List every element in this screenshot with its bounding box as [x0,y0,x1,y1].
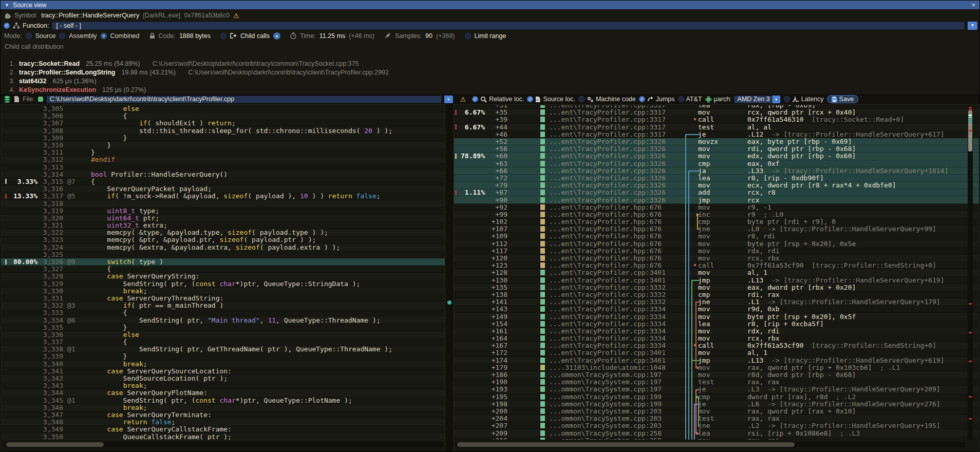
source-line[interactable]: 3,310 } [1,142,445,149]
asm-row[interactable]: +112...ent\TracyProfiler.hpp:676movbyte … [454,240,979,248]
machine-code-checkbox[interactable] [578,96,585,102]
relative-loc-checkbox[interactable]: ✓ [472,96,478,102]
source-line[interactable]: 3,334@6 SendString( ptr, "Main thread", … [1,316,445,324]
asm-row[interactable]: +190...ommon\TracySystem.cpp:197testrax,… [454,379,979,386]
assembly-vscrollbar[interactable] [968,105,973,440]
source-line[interactable]: 3,336 else [1,331,445,338]
asm-row[interactable]: +39...ent\TracyProfiler.cpp:3317call0x7f… [454,116,979,123]
child-calls-up-button[interactable]: ▲ [273,32,280,40]
source-hscroll-thumb[interactable] [6,442,104,447]
asm-row[interactable]: +167...ent\TracyProfiler.cpp:3334call0x7… [454,342,979,349]
asm-row[interactable]: 6.67%+44...ent\TracyProfiler.cpp:3317tes… [454,124,979,131]
assembly-hscroll-thumb[interactable] [457,442,795,447]
child-call-row[interactable]: 2.tracy::Profiler::SendLongString19.88 m… [1,68,389,76]
child-call-row[interactable]: 1.tracy::Socket::Read25.25 ms (54.89%)C:… [1,60,359,67]
source-line[interactable]: 3,327 { [1,266,445,273]
source-line[interactable]: 3,309 } [1,135,445,142]
source-line[interactable]: 3,312#endif [1,156,445,163]
source-hscrollbar[interactable] [2,442,444,447]
source-line[interactable]: 13.33%3,317@5 if( !m_sock->Read( &payloa… [1,193,445,200]
asm-row[interactable]: +90...ent\TracyProfiler.cpp:3326jmprcx [454,196,979,203]
source-line[interactable]: 3,347 case ServerQueryTerminate: [1,411,445,419]
asm-row[interactable]: +123...ent\TracyProfiler.hpp:676call0x7f… [454,262,979,269]
asm-row[interactable]: +56...ent\TracyProfiler.cpp:3326movrdi, … [454,145,979,153]
source-loc-checkbox[interactable]: ✓ [527,96,533,102]
source-line[interactable]: 3,324 memcpy( &extra, &payload.extra, si… [1,244,445,251]
source-line[interactable]: 3,329 SendString( ptr, (const char*)ptr,… [1,280,445,288]
child-call-row[interactable]: 3.stat64i32625 μs (1.36%) [1,77,97,85]
source-line[interactable]: 3,323 memcpy( &ptr, &payload.ptr, sizeof… [1,236,445,243]
source-line[interactable]: 3,350 QueueCallstackFrame( ptr ); [1,433,445,440]
asm-row[interactable]: +72...ent\TracyProfiler.cpp:3326lear8, [… [454,175,979,182]
asm-row[interactable]: +138...ent\TracyProfiler.cpp:3332cmprdi,… [454,291,979,298]
source-line[interactable]: 3,322 memcpy( &type, &payload.type, size… [1,229,445,236]
save-button[interactable]: Save [827,95,859,103]
function-dropdown-icon[interactable]: ▼ [968,22,977,30]
source-line[interactable]: 3,341 case ServerQuerySourceLocation: [1,368,445,375]
source-line[interactable]: 3,308 std::this_thread::sleep_for( std::… [1,127,445,135]
asm-row[interactable]: +117...ent\TracyProfiler.hpp:676movrdx, … [454,248,979,255]
uarch-select[interactable]: AMD Zen 3 ▼ [734,96,781,103]
att-checkbox[interactable] [678,96,684,102]
limit-range-checkbox[interactable] [465,33,471,39]
source-line[interactable]: 3,306 { [1,112,445,120]
source-loc-toggle[interactable]: ✓ Source loc. [527,96,575,103]
source-line[interactable]: 3,346 break; [1,404,445,411]
asm-row[interactable]: +102...ent\TracyProfiler.hpp:676cmpbyte … [454,218,979,225]
source-line[interactable]: 3,321 uint32_t extra; [1,222,445,229]
source-line[interactable]: 3,332@3 if( ptr == m_mainThread ) [1,302,445,309]
asm-row[interactable]: 1.11%+87...ent\TracyProfiler.cpp:3326add… [454,189,979,196]
source-line[interactable]: 3,333 { [1,309,445,316]
source-line[interactable]: 3,338@1 SendString( ptr, GetThreadName( … [1,346,445,353]
source-line[interactable]: 3,331 case ServerQueryThreadString: [1,295,445,302]
uarch-dropdown-icon[interactable]: ▼ [772,96,780,103]
source-line[interactable]: 3,348 return false; [1,419,445,426]
latency-toggle[interactable]: Latency [784,96,824,103]
source-line[interactable]: 3,318 [1,200,445,207]
source-line[interactable]: 3,340 break; [1,361,445,368]
asm-row[interactable]: +216...ommon\TracySystem.cpp:258movrcx, … [454,437,979,440]
source-line[interactable]: 3,328 case ServerQueryString: [1,273,445,280]
asm-row[interactable]: +200...ommon\TracySystem.cpp:203movrax, … [454,408,979,415]
source-line[interactable]: 3,307 if( shouldExit ) return; [1,120,445,127]
asm-row[interactable]: +99...ent\TracyProfiler.hpp:676incr9 ; .… [454,211,979,218]
asm-row[interactable]: +135...ent\TracyProfiler.cpp:3332moveax,… [454,284,979,291]
function-select[interactable]: [ - self - ] [52,22,965,30]
asm-row[interactable]: +161...ent\TracyProfiler.cpp:3334movrdx,… [454,328,979,335]
asm-row[interactable]: +130...ent\TracyProfiler.cpp:3401jmp.L13… [454,277,979,284]
source-line[interactable]: 3,320 uint64_t ptr; [1,215,445,222]
asm-row[interactable]: +63...ent\TracyProfiler.cpp:3326cmpeax, … [454,160,979,167]
asm-row[interactable]: +204...ommon\TracySystem.cpp:203testrax,… [454,415,979,422]
asm-row[interactable]: +141...ent\TracyProfiler.cpp:3332jne.L1 … [454,298,979,306]
asm-row[interactable]: +46...ent\TracyProfiler.cpp:3317je.L12 -… [454,131,979,138]
source-line[interactable]: 3,319 uint8_t type; [1,208,445,215]
asm-row[interactable]: +128...ent\TracyProfiler.cpp:3401moval, … [454,269,979,276]
asm-row[interactable]: +207...ommon\TracySystem.cpp:203jne.L2 -… [454,422,979,429]
asm-row[interactable]: +164...ent\TracyProfiler.cpp:3334movrcx,… [454,335,979,342]
relative-loc-toggle[interactable]: ✓ Relative loc. [472,96,524,103]
asm-row[interactable]: +79...ent\TracyProfiler.cpp:3326movecx, … [454,182,979,189]
source-line[interactable]: 3,325 [1,251,445,258]
source-line[interactable]: 3,311} [1,149,445,156]
splitter-grip-icon[interactable] [447,300,451,305]
file-path-select[interactable]: C:\Users\wolf\Desktop\darkrl\contrib\tra… [46,96,442,103]
function-checkbox[interactable]: ✓ [4,23,10,29]
source-line[interactable]: 3,345@1 SendString( ptr, (const char*)pt… [1,397,445,404]
machine-code-toggle[interactable]: Machine code [578,96,636,103]
latency-checkbox[interactable] [784,96,790,102]
source-line[interactable]: 3,343 break; [1,382,445,389]
asm-row[interactable]: +109...ent\TracyProfiler.hpp:676movr8, r… [454,233,979,240]
jumps-toggle[interactable]: ✓ Jumps [639,96,675,103]
asm-row[interactable]: +193...ommon\TracySystem.cpp:197je.L3 ->… [454,386,979,393]
asm-row[interactable]: +179....31103\include\atomic:1048movrax,… [454,364,979,371]
source-line[interactable]: 3,339 } [1,353,445,360]
child-call-row[interactable]: 4.KeSynchronizeExecution125 μs (0.27%) [1,86,146,93]
source-line[interactable]: 3,314bool Profiler::HandleServerQuery() [1,171,445,178]
asm-row[interactable]: +154...ent\TracyProfiler.cpp:3334lear8, … [454,321,979,328]
collapse-icon[interactable]: ▼ [5,3,9,8]
pane-splitter[interactable] [445,104,454,452]
child-calls-checkbox[interactable] [220,33,227,39]
asm-row[interactable]: 6.67%+35...ent\TracyProfiler.cpp:3317mov… [454,109,979,116]
asm-row[interactable]: +174...ent\TracyProfiler.cpp:3401jmp.L13… [454,357,979,364]
mode-radio-assembly[interactable] [59,33,65,39]
